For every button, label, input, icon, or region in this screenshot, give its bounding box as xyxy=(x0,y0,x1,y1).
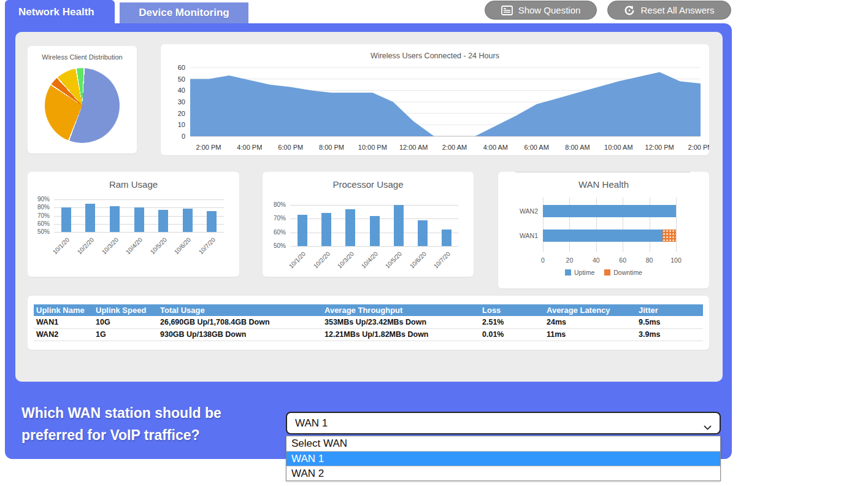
table-cell: WAN1 xyxy=(34,316,93,328)
bar xyxy=(61,207,71,232)
question-text: Which WAN station should be preferred fo… xyxy=(21,402,221,446)
wan-health-chart: 020406080100WAN2WAN1UptimeDowntime xyxy=(498,172,709,288)
table-cell: 3.9ms xyxy=(636,328,703,341)
downtime-swatch xyxy=(604,269,610,276)
svg-text:6:00 PM: 6:00 PM xyxy=(278,144,303,151)
svg-text:4:00 AM: 4:00 AM xyxy=(483,144,508,151)
bar xyxy=(370,216,380,246)
svg-text:10:00 PM: 10:00 PM xyxy=(358,144,387,151)
x-axis-label: 10/2/20 xyxy=(76,236,95,255)
bar xyxy=(298,215,307,246)
ram-usage-card: Ram Usage 90%80%70%60%50%10/1/2010/2/201… xyxy=(28,172,239,277)
table-header-cell: Uplink Speed xyxy=(93,304,158,316)
uplink-table: Uplink NameUplink SpeedTotal UsageAverag… xyxy=(34,304,703,341)
x-axis-label: 10/5/20 xyxy=(384,250,403,269)
bar xyxy=(321,213,331,246)
table-cell: WAN2 xyxy=(34,328,93,341)
x-axis-label: 10/1/20 xyxy=(288,250,307,269)
question-line-1: Which WAN station should be xyxy=(21,402,221,424)
svg-text:2:00 AM: 2:00 AM xyxy=(442,144,467,151)
svg-text:8:00 AM: 8:00 AM xyxy=(565,144,590,151)
table-cell: 1G xyxy=(93,328,158,341)
gridline xyxy=(54,232,224,233)
bar xyxy=(158,210,168,232)
wan-select-options: Select WANWAN 1WAN 2 xyxy=(286,436,721,481)
table-cell: 0.01% xyxy=(480,328,544,341)
legend-label: Uptime xyxy=(574,269,594,276)
table-cell: 11ms xyxy=(544,328,636,341)
svg-text:50: 50 xyxy=(178,75,185,83)
x-axis-label: 10/7/20 xyxy=(198,236,217,255)
y-axis-label: 60% xyxy=(37,220,50,227)
dropdown-option[interactable]: WAN 2 xyxy=(286,466,720,480)
bar xyxy=(418,220,428,246)
svg-text:30: 30 xyxy=(178,98,185,106)
gridline xyxy=(290,205,459,206)
uplink-table-card: Uplink NameUplink SpeedTotal UsageAverag… xyxy=(28,296,709,350)
table-header-row: Uplink NameUplink SpeedTotal UsageAverag… xyxy=(34,304,703,316)
x-axis-label: 10/6/20 xyxy=(409,250,428,269)
ram-chart: 90%80%70%60%50%10/1/2010/2/2010/3/2010/4… xyxy=(28,172,239,277)
table-header-cell: Average Latency xyxy=(544,304,636,316)
table-cell: 26,690GB Up/1,708.4GB Down xyxy=(158,316,322,328)
x-axis-label: 10/3/20 xyxy=(100,236,119,255)
chart-legend: UptimeDowntime xyxy=(498,269,709,276)
table-row: WAN110G26,690GB Up/1,708.4GB Down353MBs … xyxy=(34,316,703,328)
tab-device-monitoring[interactable]: Device Monitoring xyxy=(118,1,250,23)
y-axis-label: 80% xyxy=(274,201,286,208)
bar xyxy=(207,211,217,233)
y-axis-label: 90% xyxy=(37,196,50,202)
x-axis-label: 10/7/20 xyxy=(432,250,451,269)
y-axis-label: WAN2 xyxy=(520,207,538,215)
x-axis-label: 40 xyxy=(593,256,600,264)
show-question-label: Show Question xyxy=(518,5,581,15)
x-axis-label: 20 xyxy=(566,256,574,264)
svg-text:40: 40 xyxy=(178,87,185,94)
svg-text:10: 10 xyxy=(178,121,185,128)
x-axis-label: 10/4/20 xyxy=(125,236,144,255)
bar xyxy=(134,207,144,232)
cpu-chart: 80%70%60%50%10/1/2010/2/2010/3/2010/4/20… xyxy=(263,172,474,277)
pie-chart-title: Wireless Client Distribution xyxy=(28,53,137,61)
y-axis-label: 60% xyxy=(274,229,286,236)
processor-usage-card: Processor Usage 80%70%60%50%10/1/2010/2/… xyxy=(263,172,474,277)
reset-all-answers-button[interactable]: Reset All Answers xyxy=(607,1,731,20)
table-header-cell: Total Usage xyxy=(158,304,322,316)
bar xyxy=(345,209,355,246)
svg-text:2:00 PM: 2:00 PM xyxy=(196,144,221,151)
question-line-2: preferred for VoIP traffice? xyxy=(21,424,221,446)
legend-label: Downtime xyxy=(613,269,642,276)
y-axis-label: 50% xyxy=(274,242,286,249)
y-axis-label: WAN1 xyxy=(520,232,538,239)
svg-text:0: 0 xyxy=(182,133,185,140)
svg-text:6:00 AM: 6:00 AM xyxy=(524,144,548,151)
y-axis-label: 50% xyxy=(37,228,50,235)
table-cell: 10G xyxy=(93,316,158,328)
chevron-down-icon xyxy=(704,421,712,433)
bar xyxy=(110,206,120,232)
x-axis-label: 10/5/20 xyxy=(149,236,168,255)
x-axis-label: 10/6/20 xyxy=(173,236,192,255)
y-axis-label: 80% xyxy=(37,204,50,210)
uptime-bar xyxy=(543,205,676,217)
x-axis-label: 80 xyxy=(646,256,653,264)
table-row: WAN21G930GB Up/138GB Down12.21MBs Up/1.8… xyxy=(34,328,703,341)
legend-item: Downtime xyxy=(604,269,642,276)
show-question-button[interactable]: Show Question xyxy=(485,1,597,20)
svg-text:8:00 PM: 8:00 PM xyxy=(319,144,344,151)
tab-network-health[interactable]: Network Health xyxy=(5,0,115,23)
table-header-cell: Uplink Name xyxy=(34,304,93,316)
table-header-cell: Average Throughput xyxy=(322,304,480,316)
dropdown-option[interactable]: Select WAN xyxy=(286,436,720,451)
gridline xyxy=(290,246,459,247)
gridline xyxy=(676,198,677,252)
svg-text:2:00 PM: 2:00 PM xyxy=(688,144,709,151)
area-chart: 01020304050602:00 PM4:00 PM6:00 PM8:00 P… xyxy=(161,44,709,155)
y-axis-label: 70% xyxy=(274,215,286,222)
svg-text:20: 20 xyxy=(178,110,185,117)
list-icon xyxy=(501,6,513,15)
wan-select[interactable]: WAN 1 xyxy=(286,412,721,434)
wan-select-value: WAN 1 xyxy=(295,417,328,430)
dropdown-option[interactable]: WAN 1 xyxy=(286,451,720,466)
svg-text:4:00 PM: 4:00 PM xyxy=(237,144,262,151)
